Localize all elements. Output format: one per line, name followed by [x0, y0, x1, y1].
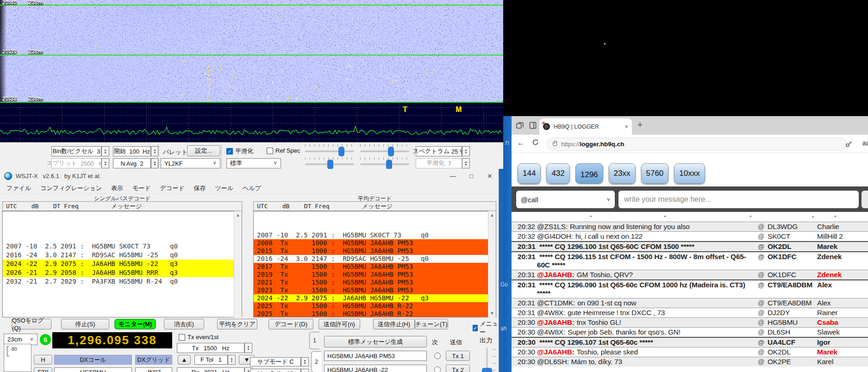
- decode-row[interactable]: 2024 -22 2.9 2075 : JA6AHB HG5BMU -22 q3: [3, 260, 242, 268]
- chat-row[interactable]: 20:30 @4W8X:Super job Seb, thanks for qs…: [512, 327, 868, 337]
- tx1-button[interactable]: Tx 1: [446, 351, 470, 361]
- average-decode-list[interactable]: 2007 -10 2.5 2091 : HG5BMU SK0CT 73 q020…: [253, 211, 496, 317]
- palette-settings-button[interactable]: 設定...: [187, 145, 220, 156]
- tab-actions-icon[interactable]: [528, 121, 537, 130]
- band-button[interactable]: 5760: [641, 163, 669, 184]
- decode-row[interactable]: 2017 Tx 1500 : HG5BMU JA6AHB PM53: [254, 263, 496, 271]
- text-size-icon[interactable]: aa: [862, 139, 868, 147]
- decode-row[interactable]: 2025 Tx 1500 : HG5BMU JA6AHB R-22: [254, 302, 496, 310]
- menu-item[interactable]: ツール: [211, 184, 238, 192]
- url-field[interactable]: https://logger.hb9q.ch: [547, 137, 847, 151]
- max-drift-spinner[interactable]: Max Drift 10: [250, 369, 301, 372]
- zero2-slider[interactable]: [360, 159, 409, 169]
- maximize-button[interactable]: □: [462, 169, 481, 183]
- new-tab-button[interactable]: +: [637, 120, 643, 130]
- generate-messages-button[interactable]: 標準メッセージ生成: [324, 336, 427, 347]
- chat-row[interactable]: 20:32 @ZS1LS:Running now and listening f…: [512, 222, 868, 231]
- curve-select[interactable]: 標準: [226, 158, 281, 168]
- chat-row[interactable]: 20:31 @JA6AHB:GM Toshio, QRV? @ OK1DFC Z…: [512, 270, 868, 279]
- menu-checkbox[interactable]: ✓ メニュー: [473, 320, 499, 336]
- submode-spinner[interactable]: サブモード C: [250, 357, 301, 366]
- palette-select[interactable]: YL2KF: [161, 158, 220, 168]
- chat-row[interactable]: 20:30 @DL6SH:Mám to, díky. 73 @ OK2PE Ka…: [512, 357, 868, 366]
- tx-even-checkbox[interactable]: Tx even/1st: [179, 334, 219, 341]
- tx2-radio[interactable]: [434, 366, 441, 372]
- mode-button[interactable]: FT8: [34, 367, 52, 372]
- chat-row[interactable]: 20:30 ***** CQ 1296.107 1st Q65-60c ****…: [512, 337, 868, 347]
- bins-spin-arrows[interactable]: ▲▼: [101, 146, 109, 156]
- menu-item[interactable]: 保存: [189, 184, 211, 192]
- menu-item[interactable]: ヘルプ: [238, 184, 266, 192]
- band-button[interactable]: 23xx: [609, 163, 636, 184]
- tx-message-1-input[interactable]: HG5BMU JA6AHB PM53: [324, 351, 427, 361]
- gain2-slider[interactable]: [305, 159, 354, 169]
- decode-row[interactable]: 2008 Tx 1000 : HG5BMU JA6AHB PM53: [254, 239, 496, 247]
- tx-freq-spinner[interactable]: Tx 1500 Hz: [177, 343, 244, 353]
- send-button-clipped[interactable]: [862, 191, 868, 208]
- tab-2[interactable]: 2: [311, 351, 321, 372]
- chat-row[interactable]: 20:31 ***** CQ 1296.090 1st Q65-60c CFOM…: [512, 279, 868, 298]
- chat-row[interactable]: 20:30 @JA6AHB:tnx Toshio GL! @ HG5BMU Cs…: [512, 317, 868, 327]
- decode-row[interactable]: 2016 -24 3.0 2147 : RD9SAC HG5BMU -25 q0: [254, 255, 496, 263]
- submode-arrows[interactable]: ▲▼: [301, 357, 309, 366]
- rx-freq-spinner[interactable]: Rx 2031 Hz: [177, 367, 244, 372]
- spectrum-graph[interactable]: T M: [0, 103, 503, 142]
- wsjtx-titlebar[interactable]: WSJT-X v2.6.1 by K1JT et al. — □ ✕: [0, 169, 499, 183]
- decode-row[interactable]: 2024 -22 2.9 2075 : JA6AHB HG5BMU -22 q3: [254, 294, 496, 302]
- tab-1[interactable]: 1: [309, 332, 319, 349]
- ftol-arrows[interactable]: ▲▼: [228, 355, 236, 365]
- workspaces-icon[interactable]: [515, 121, 525, 130]
- chat-row[interactable]: 20:31 ***** CQ 1296.115 1st CFOM - 1500 …: [512, 251, 868, 270]
- decode-row[interactable]: 2015 Tx 1000 : HG5BMU JA6AHB PM53: [254, 247, 496, 255]
- message-input[interactable]: write your message here...: [618, 191, 859, 208]
- band-button[interactable]: 432: [546, 163, 569, 184]
- menu-item[interactable]: 表示: [106, 184, 128, 192]
- decode-row[interactable]: 2007 -10 2.5 2091 : HG5BMU SK0CT 73 q0: [254, 231, 496, 239]
- decode-row[interactable]: 2025 Tx 1500 : HG5BMU JA6AHB R-22: [254, 310, 496, 317]
- left-scrollbar[interactable]: ▲: [234, 211, 242, 317]
- ftol-spinner[interactable]: F Tol 1: [194, 355, 228, 365]
- decode-row[interactable]: 2007 -10 2.5 2091 : HG5BMU SK0CT 73 q0: [3, 242, 242, 251]
- action-button[interactable]: 消去(E): [164, 319, 204, 329]
- menu-item[interactable]: モード: [128, 184, 156, 192]
- max-drift-arrows[interactable]: ▲▼: [301, 369, 309, 372]
- dx-call-input[interactable]: HG5BMU: [54, 367, 132, 372]
- tx-up-button[interactable]: ▲: [178, 355, 191, 365]
- back-icon[interactable]: ←: [517, 139, 525, 147]
- action-button[interactable]: モニター(M): [114, 319, 156, 329]
- password-key-icon[interactable]: [846, 141, 852, 147]
- band-button[interactable]: 1296: [575, 163, 603, 184]
- h-button[interactable]: H: [34, 355, 52, 365]
- decode-row[interactable]: 2019 Tx 1500 : HG5BMU JA6AHB PM53: [254, 271, 496, 279]
- menu-item[interactable]: ファイル: [2, 184, 36, 192]
- start-freq-spinner[interactable]: 開始 100 Hz: [113, 146, 151, 156]
- refresh-icon[interactable]: [532, 139, 539, 148]
- tx-freq-arrows[interactable]: ▲▼: [244, 343, 252, 353]
- decode-row[interactable]: 2026 -21 2.9 2058 : JA6AHB HG5BMU RRR q3: [3, 268, 242, 277]
- action-button[interactable]: 停止(S): [61, 319, 109, 329]
- close-button[interactable]: ✕: [481, 169, 499, 183]
- navg-spinner[interactable]: N Avg 2: [113, 158, 151, 168]
- refspec-checkbox[interactable]: Ref Spec: [267, 147, 300, 154]
- minimize-button[interactable]: —: [443, 169, 462, 183]
- action-button[interactable]: チューン(T): [415, 319, 448, 329]
- action-button[interactable]: デコード(D): [269, 319, 313, 329]
- chat-row[interactable]: 20:30 @JA6AHB:Toshio, please sked @ OK2D…: [512, 347, 868, 357]
- single-decode-list[interactable]: 2007 -10 2.5 2091 : HG5BMU SK0CT 73 q020…: [2, 211, 242, 317]
- chat-row[interactable]: 20:31 @4W8X:gute Heimreise ! tnx DXCC , …: [512, 308, 868, 317]
- browser-tab[interactable]: HB9Q | LOGGER ×: [539, 118, 632, 135]
- right-scrollbar[interactable]: ▲▼: [488, 211, 496, 317]
- spectrum-spin-arrows[interactable]: ▲▼: [462, 146, 470, 156]
- menu-item[interactable]: デコード: [156, 184, 189, 192]
- call-select[interactable]: @call: [516, 191, 615, 208]
- waterfall-display[interactable]: 20:4023cm 20:3923cm 20:3823cm: [0, 0, 503, 103]
- flatten-checkbox[interactable]: ✓平滑化: [226, 147, 253, 155]
- action-button[interactable]: QSOをログ(Q): [12, 319, 51, 329]
- menu-item[interactable]: コンフィグレーション: [36, 184, 106, 192]
- tx1-radio[interactable]: [434, 353, 441, 359]
- decode-row[interactable]: 2023 Tx 1500 : HG5BMU JA6AHB PM53: [254, 286, 496, 294]
- zero-slider[interactable]: [360, 146, 409, 156]
- tab-close-icon[interactable]: ×: [624, 123, 628, 130]
- spectrum-percent-spinner[interactable]: スペクトラム 25 %: [416, 146, 462, 156]
- decode-row[interactable]: 2032 -21 2.7 2029 : PA3FXB HG5BMU R-24 q…: [3, 277, 242, 286]
